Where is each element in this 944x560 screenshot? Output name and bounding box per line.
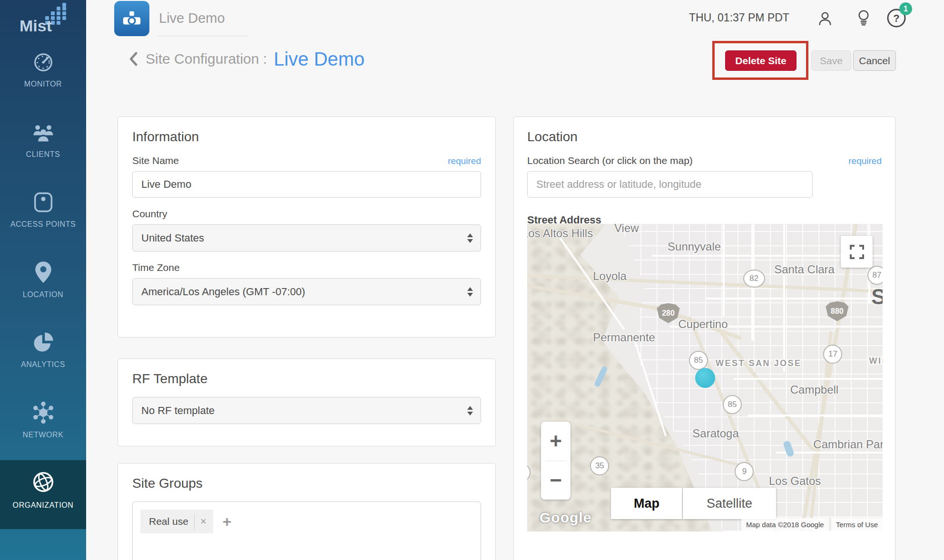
google-logo: Google <box>540 510 591 526</box>
sidebar-item-label: ACCESS POINTS <box>0 220 86 229</box>
country-value: United States <box>141 232 204 244</box>
site-glyph-icon <box>121 8 143 29</box>
mist-logo-text: Mist <box>20 17 52 33</box>
chip-divider <box>194 513 195 530</box>
map-place-label: S <box>871 284 883 309</box>
sidebar-item-label: CLIENTS <box>0 150 86 159</box>
map-place-label: Loyola <box>593 270 627 283</box>
organization-icon <box>30 489 57 497</box>
map-place-label: Cupertino <box>678 318 728 331</box>
site-name-label: Site Name <box>132 155 179 166</box>
map-data-attribution: Map data ©2018 Google <box>741 518 829 531</box>
map-place-label: View <box>614 224 639 235</box>
sidebar-item-access-points[interactable]: ACCESS POINTS <box>0 190 86 229</box>
map-place-label: Campbell <box>790 383 838 396</box>
map-zoom-control: + − <box>541 422 570 500</box>
map-place-label: Los Altos Hills <box>527 227 593 240</box>
clock: THU, 01:37 PM PDT <box>689 11 789 24</box>
breadcrumb: Site Configuration : Live Demo <box>128 46 364 72</box>
location-icon <box>31 278 56 286</box>
sidebar-item-clients[interactable]: CLIENTS <box>0 120 86 159</box>
fullscreen-icon <box>849 244 865 260</box>
map-type-map-button[interactable]: Map <box>611 488 682 519</box>
route-badge: 9 <box>735 462 754 481</box>
site-configuration-page: Mist MONITORCLIENTSACCESS POINTSLOCATION… <box>0 0 944 560</box>
sidebar-item-label: NETWORK <box>0 431 86 439</box>
site-group-chip-label: Real use <box>149 516 188 527</box>
site-groups-title: Site Groups <box>132 476 481 491</box>
network-icon <box>31 418 56 426</box>
select-spinner-icon <box>467 287 473 297</box>
monitor-icon <box>31 68 56 76</box>
save-button[interactable]: Save <box>811 50 851 71</box>
map-place-label: Santa Clara <box>774 263 835 276</box>
route-badge: 35 <box>590 456 609 475</box>
cancel-button[interactable]: Cancel <box>853 50 896 71</box>
select-spinner-icon <box>467 406 473 415</box>
user-icon[interactable] <box>816 10 834 29</box>
route-badge: 85 <box>689 351 708 370</box>
country-label: Country <box>132 208 167 220</box>
location-search-label: Location Search (or click on the map) <box>527 155 693 166</box>
map-place-label: WILL <box>869 356 883 366</box>
rf-template-title: RF Template <box>132 371 481 386</box>
route-badge: 87 <box>867 266 883 285</box>
fullscreen-button[interactable] <box>841 236 873 268</box>
remove-chip-icon[interactable]: × <box>200 515 213 528</box>
site-location-marker[interactable] <box>695 368 715 388</box>
map-attribution: Map data ©2018 Google Terms of Use <box>741 518 883 531</box>
site-groups-card: Site Groups Real use × + <box>118 463 496 560</box>
zoom-in-button[interactable]: + <box>541 422 570 461</box>
analytics-icon <box>31 348 56 356</box>
country-select[interactable]: United States <box>132 224 481 251</box>
delete-site-button[interactable]: Delete Site <box>725 50 796 71</box>
site-name-required: required <box>448 156 481 166</box>
mist-logo[interactable]: Mist <box>0 3 86 35</box>
map-place-label: Sunnyvale <box>668 240 721 253</box>
google-map[interactable]: Los Altos HillsViewSunnyvaleLoyolaSanta … <box>527 224 883 531</box>
timezone-value: America/Los Angeles (GMT -07:00) <box>141 286 305 298</box>
rf-template-select[interactable]: No RF template <box>132 397 481 424</box>
site-tab-label[interactable]: Live Demo <box>159 10 225 26</box>
rf-template-card: RF Template No RF template <box>118 358 496 446</box>
select-spinner-icon <box>467 233 473 243</box>
sidebar-item-label: MONITOR <box>0 80 86 88</box>
site-tab-icon[interactable] <box>114 1 149 36</box>
access-points-icon <box>31 208 56 216</box>
zoom-out-button[interactable]: − <box>541 461 570 500</box>
add-group-icon[interactable]: + <box>223 510 232 533</box>
sidebar-item-monitor[interactable]: MONITOR <box>0 49 86 88</box>
site-name-input[interactable] <box>132 171 481 198</box>
map-place-label: Saratoga <box>692 427 738 440</box>
site-groups-box[interactable]: Real use × + <box>132 502 481 560</box>
lightbulb-icon[interactable] <box>855 9 872 29</box>
map-place-label: Permanente <box>593 331 655 344</box>
back-chevron-icon[interactable] <box>128 51 139 67</box>
terms-of-use-link[interactable]: Terms of Use <box>831 518 883 531</box>
information-title: Information <box>132 129 481 145</box>
timezone-select[interactable]: America/Los Angeles (GMT -07:00) <box>132 278 481 305</box>
breadcrumb-section[interactable]: Site Configuration : <box>146 51 267 67</box>
location-title: Location <box>527 129 882 145</box>
sidebar-item-network[interactable]: NETWORK <box>0 400 86 439</box>
map-type-satellite-button[interactable]: Satellite <box>683 488 776 519</box>
map-place-label: Cambrian Park <box>813 438 883 451</box>
svg-text:?: ? <box>893 12 899 24</box>
sidebar-item-label: ORGANIZATION <box>0 501 86 510</box>
sidebar-item-location[interactable]: LOCATION <box>0 260 86 299</box>
site-tab-underline <box>157 36 248 36</box>
route-badge: 82 <box>743 270 765 288</box>
rf-template-value: No RF template <box>141 405 215 417</box>
sidebar-item-analytics[interactable]: ANALYTICS <box>0 330 86 369</box>
information-card: Information Site Name required Country U… <box>118 116 496 338</box>
map-place-label: Los Gatos <box>769 474 821 488</box>
sidebar-item-label: LOCATION <box>0 290 86 299</box>
route-badge: 85 <box>723 395 742 414</box>
breadcrumb-site-name: Live Demo <box>274 48 364 70</box>
site-group-chip: Real use × <box>140 510 213 533</box>
notification-badge: 1 <box>899 2 912 15</box>
timezone-label: Time Zone <box>132 262 180 273</box>
sidebar-item-organization[interactable]: ORGANIZATION <box>0 460 86 529</box>
map-type-control: Map Satellite <box>611 488 776 519</box>
location-search-input[interactable] <box>527 171 813 198</box>
